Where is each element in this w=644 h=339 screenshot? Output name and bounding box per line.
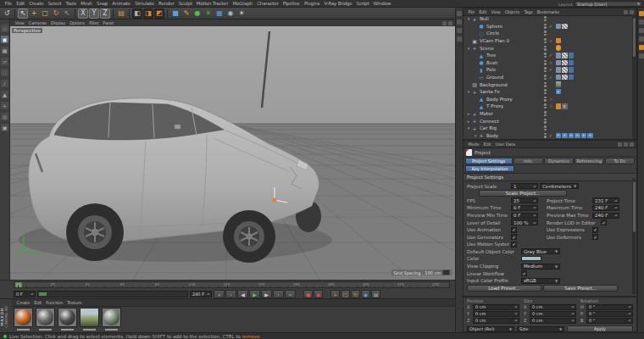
menu-render[interactable]: Render [156, 1, 176, 6]
phong-tag-icon[interactable] [556, 60, 562, 66]
object-row-background[interactable]: ▨Background [464, 81, 631, 88]
render-visibility-dot[interactable] [544, 48, 547, 51]
enabled-check-icon[interactable]: ✓ [548, 133, 554, 138]
texture-tag-icon[interactable] [562, 75, 568, 81]
visibility-dots[interactable] [544, 67, 547, 72]
enabled-check-icon[interactable]: ✓ [548, 53, 554, 58]
disabled-x-icon[interactable]: × [548, 60, 554, 65]
dock-tab-2[interactable] [639, 19, 644, 25]
enabled-check-icon[interactable]: ✓ [548, 75, 554, 80]
menu-pipeline[interactable]: Pipeline [280, 1, 302, 6]
phong-tag-icon[interactable] [556, 53, 562, 58]
scrollbar-thumb[interactable] [633, 18, 636, 57]
size-mode-dropdown[interactable]: Size▼ [517, 326, 564, 332]
preview-min-time-field[interactable]: 0 F▴▾ [511, 213, 538, 219]
editor-visibility-dot[interactable] [544, 31, 547, 33]
dock-tab-3[interactable] [639, 28, 644, 33]
comp-tag-icon[interactable] [569, 75, 575, 81]
object-row-body[interactable]: ▾+Body✓++++++ [464, 132, 631, 139]
render-lod-checkbox[interactable]: ✓ [601, 220, 607, 225]
render-visibility-dot[interactable] [544, 26, 547, 29]
rotate-tool-icon[interactable]: ↻ [51, 8, 61, 19]
undo-icon[interactable]: ↺ [2, 8, 12, 19]
use-deformers-checkbox[interactable]: ✓ [592, 234, 598, 240]
edges-mode-icon[interactable]: ∕ [1, 80, 8, 87]
enable-axis-icon[interactable]: + [1, 102, 8, 109]
points-mode-icon[interactable]: ∷ [1, 69, 8, 76]
car-tag-icon[interactable]: + [556, 89, 562, 95]
dock-tab-6[interactable] [639, 53, 644, 58]
object-manager-menu-tags[interactable]: Tags [522, 9, 535, 14]
ik-tag-icon[interactable]: + [556, 133, 562, 138]
primitive-cube-icon[interactable]: ■ [170, 8, 180, 19]
material-menu-texture[interactable]: Texture [65, 300, 84, 305]
menu-plugins[interactable]: Plugins [302, 1, 322, 6]
y-axis-lock-icon[interactable]: Y [89, 8, 99, 19]
frame-range-slider[interactable] [37, 291, 188, 297]
menu-tools[interactable]: Tools [64, 1, 79, 6]
editor-visibility-dot[interactable] [544, 119, 547, 121]
render-settings-icon[interactable]: ◩ [154, 8, 164, 19]
previous-key-button[interactable]: ‹ [225, 290, 236, 298]
ik-tag-icon[interactable]: + [562, 133, 568, 138]
visibility-dots[interactable] [544, 97, 547, 102]
level-of-detail-field[interactable]: 100 %▴▾ [511, 220, 538, 225]
use-animation-checkbox[interactable]: ✓ [511, 227, 517, 233]
visibility-dots[interactable] [544, 111, 547, 116]
visibility-dots[interactable] [544, 89, 547, 94]
transform-mode-dropdown[interactable]: Object (Rel)▼ [467, 326, 514, 332]
menu-mograph[interactable]: MoGraph [230, 1, 255, 6]
visibility-dots[interactable] [544, 53, 547, 58]
texture-tag-icon[interactable] [562, 67, 568, 73]
disabled-x-icon[interactable]: × [548, 97, 554, 102]
next-frame-button[interactable]: ▶ [261, 290, 272, 298]
editor-visibility-dot[interactable] [544, 111, 547, 114]
panel-tab-3[interactable] [457, 28, 462, 33]
filter-icon[interactable] [630, 10, 634, 14]
scene-camera-icon[interactable]: ◉ [225, 8, 236, 19]
render-visibility-dot[interactable] [544, 92, 547, 95]
generators-icon[interactable]: ● [192, 8, 203, 19]
visibility-dots[interactable] [544, 38, 547, 43]
photo-tag-icon[interactable] [556, 81, 562, 87]
dock-tab-4[interactable] [639, 36, 644, 42]
rotation-p-field[interactable]: 0 °▴▾ [586, 311, 633, 317]
tab-dynamics[interactable]: Dynamics [544, 158, 574, 164]
editor-visibility-dot[interactable] [544, 67, 547, 69]
snap-icon[interactable]: ◎ [1, 113, 8, 120]
object-manager-scrollbar[interactable] [632, 15, 636, 139]
editor-visibility-dot[interactable] [544, 53, 547, 55]
texture-mode-icon[interactable]: ▦ [1, 47, 8, 54]
object-manager-menu-view[interactable]: View [489, 9, 502, 14]
texture-tag-icon[interactable] [562, 53, 568, 58]
disabled-x-icon[interactable]: × [548, 38, 554, 43]
camera-label[interactable]: Perspective [12, 28, 42, 33]
attribute-menu-user-data[interactable]: User Data [493, 142, 517, 147]
autokey-button[interactable]: ◉ [314, 290, 323, 298]
menu-window[interactable]: Window [371, 1, 393, 6]
render-visibility-dot[interactable] [544, 114, 547, 117]
object-row-sphere[interactable]: ●Sphere✓ [464, 23, 631, 31]
viewport-menu-cameras[interactable]: Cameras [26, 20, 48, 25]
object-row-t-proxy[interactable]: ▲T Proxy×× [464, 103, 631, 110]
render-visibility-dot[interactable] [544, 85, 547, 87]
slider-handle[interactable] [39, 292, 47, 296]
object-manager-menu-file[interactable]: File [466, 9, 477, 14]
key-position-toggle[interactable]: + [330, 290, 340, 298]
visibility-dots[interactable] [544, 103, 547, 108]
ik-tag-icon[interactable]: + [581, 133, 587, 138]
object-row-tree[interactable]: ▲Tree✓ [464, 52, 631, 59]
object-manager-menu-bookmarks[interactable]: Bookmarks [535, 9, 561, 14]
dock-tab-1[interactable] [639, 11, 644, 16]
object-row-bush[interactable]: ●Bush× [464, 59, 631, 67]
render-visibility-dot[interactable] [544, 19, 547, 22]
tab-info[interactable]: Info [514, 158, 543, 164]
position-x-field[interactable]: 0 cm▴▾ [473, 304, 519, 310]
material-menu-edit[interactable]: Edit [32, 300, 44, 305]
object-row-null[interactable]: ▾+Null [464, 15, 631, 23]
editor-visibility-dot[interactable] [544, 60, 547, 63]
material-menu-function[interactable]: Function [44, 300, 65, 305]
visibility-dots[interactable] [544, 24, 547, 29]
target-tag-icon[interactable] [556, 38, 562, 44]
color-swatch[interactable] [521, 256, 541, 261]
